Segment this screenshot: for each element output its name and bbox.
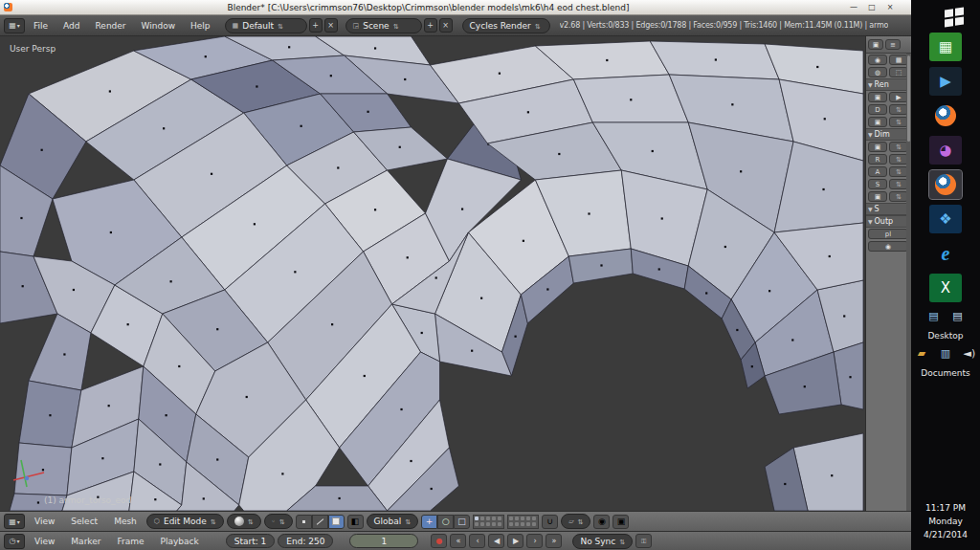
menu-help[interactable]: Help [184, 21, 217, 31]
render-tab-icon[interactable]: ◉ [868, 55, 887, 65]
viewport-editor-type-icon[interactable]: ▦▾ [4, 514, 25, 529]
mesh-face[interactable] [19, 381, 81, 448]
taskbar-doc-icon-1[interactable]: ▤ [924, 307, 944, 324]
layer-dot[interactable] [526, 517, 530, 520]
timeline-menu-view[interactable]: View [28, 537, 61, 546]
layer-dot[interactable] [475, 517, 479, 520]
viewport-menu-select[interactable]: Select [64, 517, 104, 526]
layer-dot[interactable] [475, 522, 479, 526]
documents-label[interactable]: Documents [921, 368, 969, 378]
fps-spinner[interactable] [889, 191, 908, 202]
layer-dot[interactable] [486, 522, 490, 526]
taskbar-app-internet-explorer[interactable]: e [929, 239, 962, 268]
timeline-menu-marker[interactable]: Marker [64, 537, 107, 546]
scene-tab-icon[interactable]: ▦ [889, 55, 908, 65]
layer-dot[interactable] [521, 517, 524, 520]
face-select-button[interactable] [328, 515, 345, 529]
add-scene-button[interactable]: + [424, 18, 437, 33]
display-spinner[interactable] [889, 104, 908, 115]
aspect-field-label[interactable]: A [868, 166, 887, 177]
viewport-3d[interactable]: User Persp (1) armor_torso_eod [0, 36, 865, 511]
window-titlebar[interactable]: Blender* [C:\Users\crimmson76\Desktop\Cr… [0, 0, 911, 15]
object-tab-icon[interactable]: ⬚ [889, 67, 908, 77]
edge-select-button[interactable] [312, 515, 328, 529]
render-still-button[interactable]: ▣ [868, 92, 887, 102]
resolution-spinner[interactable] [889, 154, 908, 165]
menu-add[interactable]: Add [56, 21, 86, 31]
fps-button[interactable]: ▣ [868, 191, 887, 202]
taskbar-doc-icon-2[interactable]: ▤ [948, 307, 968, 324]
layer-dot[interactable] [480, 522, 484, 526]
display-field-label[interactable]: D [868, 104, 887, 115]
viewport-menu-mesh[interactable]: Mesh [107, 517, 144, 526]
play-reverse-button[interactable]: ◀ [488, 534, 504, 548]
menu-window[interactable]: Window [135, 21, 183, 31]
layer-dot[interactable] [480, 517, 484, 520]
taskbar-app-blender-active[interactable] [929, 170, 962, 199]
dimensions-section-header[interactable]: Dim [866, 128, 911, 141]
layer-dot[interactable] [515, 522, 519, 526]
mesh-face[interactable] [650, 41, 779, 79]
render-option-button[interactable]: ▣ [868, 117, 887, 127]
properties-scroll-thumb[interactable] [907, 55, 910, 142]
layer-dot[interactable] [521, 522, 524, 526]
preset-button[interactable]: ▣ [868, 142, 887, 152]
timeline-menu-frame[interactable]: Frame [110, 537, 150, 546]
layer-dot[interactable] [492, 522, 496, 526]
jump-to-start-button[interactable]: « [450, 534, 466, 548]
frame-start-field[interactable]: Start: 1 [226, 534, 276, 548]
translate-manipulator-button[interactable]: + [421, 515, 437, 529]
taskbar-volume-icon[interactable]: ◄) [960, 344, 979, 362]
properties-menu-icon[interactable]: ≡ [885, 39, 901, 50]
remove-scene-button[interactable]: × [439, 18, 453, 33]
remove-layout-button[interactable]: × [324, 18, 338, 33]
menu-file[interactable]: File [27, 21, 55, 31]
taskbar-app-blue[interactable]: ❖ [929, 205, 962, 233]
layer-dot[interactable] [515, 517, 519, 520]
record-button[interactable]: ● [431, 534, 447, 548]
taskbar-pc-icon[interactable]: ▥ [936, 344, 955, 362]
layer-dot[interactable] [532, 517, 536, 520]
render-opengl-button[interactable]: ◉ [593, 515, 610, 529]
snap-toggle-button[interactable]: ∪ [542, 515, 558, 529]
layer-dot[interactable] [509, 522, 513, 526]
layer-dot[interactable] [492, 517, 496, 520]
next-keyframe-button[interactable]: › [526, 534, 543, 548]
occlude-geometry-button[interactable]: ◧ [347, 515, 364, 529]
minimize-button[interactable]: — [848, 3, 859, 11]
desktop-label[interactable]: Desktop [927, 331, 963, 341]
keying-set-button[interactable]: ⚿ [635, 534, 652, 548]
rotate-manipulator-button[interactable]: ○ [437, 515, 454, 529]
timeline-menu-playback[interactable]: Playback [154, 537, 206, 546]
transform-orientation-select[interactable]: Global [367, 514, 419, 529]
play-button[interactable]: ▶ [507, 534, 523, 548]
taskbar-clock[interactable]: 11:17 PM Monday 4/21/2014 [924, 502, 968, 550]
taskbar-app-excel[interactable]: X [929, 274, 962, 302]
snap-element-select[interactable]: ▱ [561, 514, 590, 529]
camera-icon[interactable]: ◉ [868, 241, 908, 252]
close-button[interactable]: × [884, 3, 896, 11]
pivot-point-select[interactable]: ◦ [264, 514, 293, 529]
world-tab-icon[interactable]: ◍ [868, 67, 887, 77]
resolution-field-label[interactable]: R [868, 154, 887, 165]
jump-to-end-button[interactable]: » [546, 534, 562, 548]
layer-dot[interactable] [498, 517, 501, 520]
output-path-label[interactable]: pl [868, 229, 908, 239]
aspect-spinner[interactable] [889, 166, 908, 177]
editor-type-icon[interactable]: ▦▾ [4, 18, 25, 33]
start-button[interactable] [945, 8, 964, 28]
scale-spinner[interactable] [889, 179, 908, 189]
mode-select[interactable]: ⬡ Edit Mode [146, 514, 224, 529]
layer-dot[interactable] [509, 517, 513, 520]
scene-select[interactable]: ◲ Scene [345, 18, 422, 33]
layer-dot[interactable] [532, 522, 536, 526]
vertex-select-button[interactable] [296, 515, 312, 529]
properties-editor-icon[interactable]: ▣ [868, 39, 883, 50]
preset-spinner[interactable] [889, 142, 908, 152]
taskbar-app-media-player[interactable]: ▶ [929, 67, 962, 96]
frame-end-field[interactable]: End: 250 [278, 534, 333, 548]
layer-dot[interactable] [526, 522, 530, 526]
mesh-svg[interactable] [0, 36, 865, 511]
previous-keyframe-button[interactable]: ‹ [469, 534, 485, 548]
current-frame-field[interactable]: 1 [349, 534, 418, 548]
